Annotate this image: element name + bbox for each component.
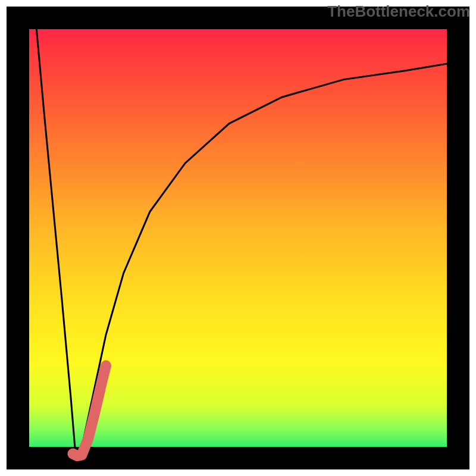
plot-frame: [18, 18, 458, 458]
left-falling-line: [36, 18, 76, 449]
watermark-text: TheBottleneck.com: [327, 2, 470, 21]
right-rising-curve: [80, 62, 458, 458]
chart-container: TheBottleneck.com: [0, 0, 476, 476]
plot-area: [18, 18, 458, 458]
curves-svg: [18, 18, 458, 458]
inner-border: [18, 18, 458, 458]
